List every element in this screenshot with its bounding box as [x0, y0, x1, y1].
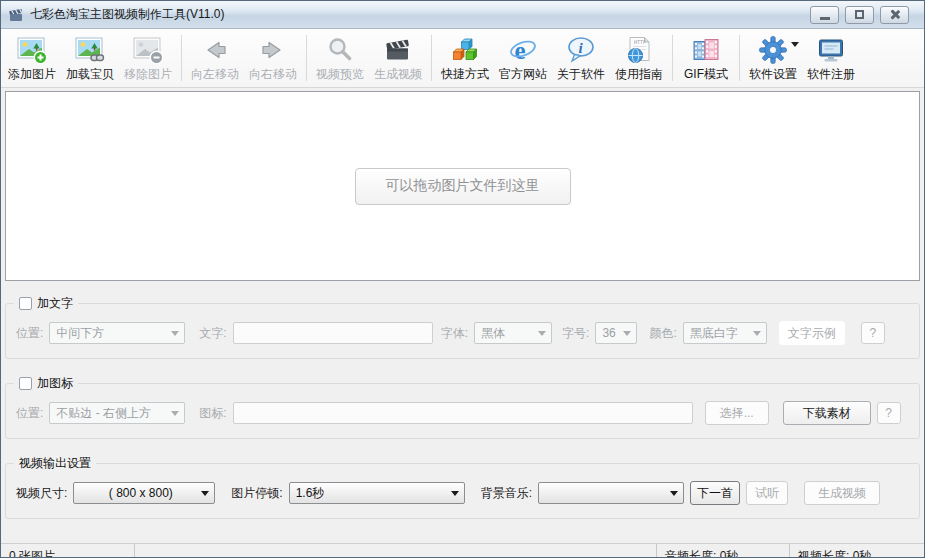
- toolbar-button-about[interactable]: i 关于软件: [552, 31, 610, 85]
- svg-text:HTTP: HTTP: [634, 39, 646, 45]
- toolbar-separator: [181, 35, 182, 81]
- toolbar-button-move-left: 向左移动: [186, 31, 244, 85]
- chevron-down-icon: [171, 331, 179, 336]
- toolbar: 添加图片 加载宝贝 移除: [1, 29, 924, 88]
- toolbar-button-video-preview: 视频预览: [311, 31, 369, 85]
- icon-position-select: 不贴边 - 右侧上方: [49, 402, 185, 424]
- font-select: 黑体: [474, 322, 552, 344]
- toolbar-label: 添加图片: [8, 68, 56, 81]
- toolbar-button-user-guide[interactable]: HTTP 使用指南: [610, 31, 668, 85]
- gif-mode-icon: [690, 34, 722, 66]
- toolbar-label: 移除图片: [124, 68, 172, 81]
- titlebar[interactable]: 七彩色淘宝主图视频制作工具(V11.0): [1, 1, 924, 29]
- text-content-label: 文字:: [199, 325, 226, 342]
- icon-position-label: 位置:: [16, 405, 43, 422]
- status-audio-length: 音频长度: 0秒: [656, 544, 789, 558]
- text-help-button[interactable]: ?: [861, 322, 885, 344]
- settings-gear-icon: [757, 34, 789, 66]
- settings-panels: 加文字 位置: 中间下方 文字: 字体: 黑体 字号: 36 颜色:: [1, 281, 924, 543]
- chevron-down-icon: [670, 491, 678, 496]
- toolbar-separator: [431, 35, 432, 81]
- dropzone-hint-button[interactable]: 可以拖动图片文件到这里: [355, 168, 571, 205]
- image-pause-select[interactable]: 1.6秒: [289, 482, 465, 504]
- chevron-down-icon: [538, 331, 546, 336]
- font-label: 字体:: [441, 325, 468, 342]
- toolbar-label: GIF模式: [684, 68, 728, 81]
- text-color-select: 黑底白字: [683, 322, 767, 344]
- icon-path-label: 图标:: [199, 405, 226, 422]
- toolbar-button-load-item[interactable]: 加载宝贝: [61, 31, 119, 85]
- generate-video-icon: [382, 34, 414, 66]
- toolbar-button-gif-mode[interactable]: GIF模式: [677, 31, 735, 85]
- add-text-checkbox[interactable]: [19, 297, 32, 310]
- shortcut-icon: [449, 34, 481, 66]
- toolbar-button-settings[interactable]: 软件设置: [744, 31, 802, 85]
- next-track-button[interactable]: 下一首: [690, 481, 740, 505]
- add-icon-checkbox[interactable]: [19, 377, 32, 390]
- bg-music-label: 背景音乐:: [481, 485, 532, 502]
- download-assets-button[interactable]: 下载素材: [783, 401, 871, 425]
- generate-video-button: 生成视频: [804, 481, 880, 505]
- toolbar-button-generate-video: 生成视频: [369, 31, 427, 85]
- select-icon-button: 选择...: [705, 401, 769, 425]
- toolbar-separator: [672, 35, 673, 81]
- status-spacer: [134, 544, 656, 558]
- text-color-label: 颜色:: [649, 325, 676, 342]
- chevron-down-icon: [791, 42, 799, 47]
- minimize-icon: [820, 17, 830, 20]
- toolbar-label: 软件设置: [749, 68, 797, 81]
- toolbar-button-remove-image: 移除图片: [119, 31, 177, 85]
- toolbar-button-add-image[interactable]: 添加图片: [3, 31, 61, 85]
- toolbar-label: 视频预览: [316, 68, 364, 81]
- about-icon: i: [565, 34, 597, 66]
- toolbar-label: 向左移动: [191, 68, 239, 81]
- toolbar-button-move-right: 向右移动: [244, 31, 302, 85]
- register-icon: [815, 34, 847, 66]
- toolbar-separator: [306, 35, 307, 81]
- minimize-button[interactable]: [810, 6, 839, 24]
- window-title: 七彩色淘宝主图视频制作工具(V11.0): [30, 6, 810, 23]
- close-icon: [889, 9, 900, 20]
- bg-music-select[interactable]: [538, 482, 684, 504]
- toolbar-label: 关于软件: [557, 68, 605, 81]
- app-window: 七彩色淘宝主图视频制作工具(V11.0) 添加图片: [0, 0, 925, 558]
- icon-help-button[interactable]: ?: [877, 402, 901, 424]
- chevron-down-icon: [623, 331, 631, 336]
- toolbar-label: 加载宝贝: [66, 68, 114, 81]
- chevron-down-icon: [451, 491, 459, 496]
- icon-path-input: [233, 402, 693, 424]
- listen-button: 试听: [746, 481, 788, 505]
- toolbar-label: 快捷方式: [441, 68, 489, 81]
- toolbar-button-official-website[interactable]: e 官方网站: [494, 31, 552, 85]
- add-text-group: 加文字 位置: 中间下方 文字: 字体: 黑体 字号: 36 颜色:: [5, 303, 920, 359]
- video-size-select[interactable]: ( 800 x 800): [73, 482, 215, 504]
- text-position-select: 中间下方: [49, 322, 185, 344]
- text-content-input: [233, 322, 433, 344]
- toolbar-button-register[interactable]: 软件注册: [802, 31, 860, 85]
- toolbar-separator: [739, 35, 740, 81]
- toolbar-label: 软件注册: [807, 68, 855, 81]
- toolbar-label: 使用指南: [615, 68, 663, 81]
- font-size-label: 字号:: [562, 325, 589, 342]
- add-icon-group: 加图标 位置: 不贴边 - 右侧上方 图标: 选择... 下载素材 ?: [5, 383, 920, 439]
- add-text-label: 加文字: [37, 295, 73, 312]
- add-icon-label: 加图标: [37, 375, 73, 392]
- chevron-down-icon: [171, 411, 179, 416]
- move-right-icon: [257, 34, 289, 66]
- status-video-length: 视频长度: 0秒: [789, 544, 924, 558]
- output-settings-group: 视频输出设置 视频尺寸: ( 800 x 800) 图片停顿: 1.6秒 背景音…: [5, 463, 920, 519]
- toolbar-label: 官方网站: [499, 68, 547, 81]
- status-image-count: 0 张图片: [1, 544, 134, 558]
- image-list-dropzone[interactable]: 可以拖动图片文件到这里: [5, 91, 920, 281]
- font-size-select: 36: [595, 322, 637, 344]
- add-image-icon: [16, 34, 48, 66]
- maximize-button[interactable]: [845, 6, 874, 24]
- video-preview-icon: [324, 34, 356, 66]
- close-button[interactable]: [880, 6, 909, 24]
- maximize-icon: [855, 10, 864, 19]
- toolbar-button-shortcut[interactable]: 快捷方式: [436, 31, 494, 85]
- remove-image-icon: [132, 34, 164, 66]
- guide-icon: HTTP: [623, 34, 655, 66]
- app-clapperboard-icon: [8, 7, 24, 23]
- chevron-down-icon: [201, 491, 209, 496]
